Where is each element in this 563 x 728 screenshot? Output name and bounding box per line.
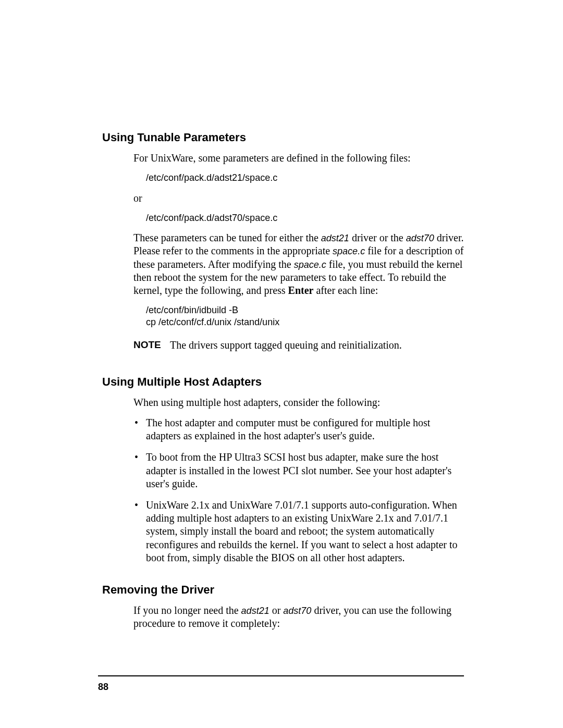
note-block: NOTE The drivers support tagged queuing … [133, 339, 464, 351]
list-item: To boot from the HP Ultra3 SCSI host bus… [146, 451, 464, 490]
sec1-para2: These parameters can be tuned for either… [133, 231, 464, 297]
driver-name-adst21: adst21 [321, 233, 349, 243]
or-text: or [133, 192, 464, 205]
file-path-2: /etc/conf/pack.d/adst70/space.c [146, 212, 464, 224]
list-item: UnixWare 2.1x and UnixWare 7.01/7.1 supp… [146, 499, 464, 564]
driver-name-adst70: adst70 [406, 233, 434, 243]
list-item: The host adapter and computer must be co… [146, 416, 464, 442]
text: If you no longer need the [133, 604, 241, 616]
text: driver or the [349, 232, 406, 243]
footer-rule [98, 675, 464, 676]
file-name-spacec: space.c [333, 246, 365, 256]
section3-body: If you no longer need the adst21 or adst… [133, 604, 464, 630]
driver-name-adst21: adst21 [241, 606, 270, 616]
sec1-intro: For UnixWare, some parameters are define… [133, 152, 464, 165]
section2-body: When using multiple host adapters, consi… [133, 396, 464, 564]
note-label: NOTE [133, 339, 170, 351]
file-name-spacec: space.c [294, 260, 326, 270]
note-text: The drivers support tagged queuing and r… [170, 339, 464, 351]
text: after each line: [313, 285, 378, 296]
driver-name-adst70: adst70 [283, 606, 311, 616]
sec2-intro: When using multiple host adapters, consi… [133, 396, 464, 409]
file-path-1: /etc/conf/pack.d/adst21/space.c [146, 172, 464, 184]
heading-removing-driver: Removing the Driver [102, 583, 464, 597]
rebuild-commands: /etc/conf/bin/idbuild -B cp /etc/conf/cf… [146, 304, 464, 329]
page-number: 88 [98, 682, 108, 693]
section1-body: For UnixWare, some parameters are define… [133, 152, 464, 351]
heading-tunable-parameters: Using Tunable Parameters [102, 131, 464, 144]
sec2-bullet-list: The host adapter and computer must be co… [133, 416, 464, 564]
heading-multiple-host-adapters: Using Multiple Host Adapters [102, 375, 464, 389]
text: These parameters can be tuned for either… [133, 232, 321, 243]
page: Using Tunable Parameters For UnixWare, s… [0, 0, 563, 728]
key-enter: Enter [288, 285, 314, 296]
sec3-para: If you no longer need the adst21 or adst… [133, 604, 464, 630]
text: or [270, 604, 284, 616]
